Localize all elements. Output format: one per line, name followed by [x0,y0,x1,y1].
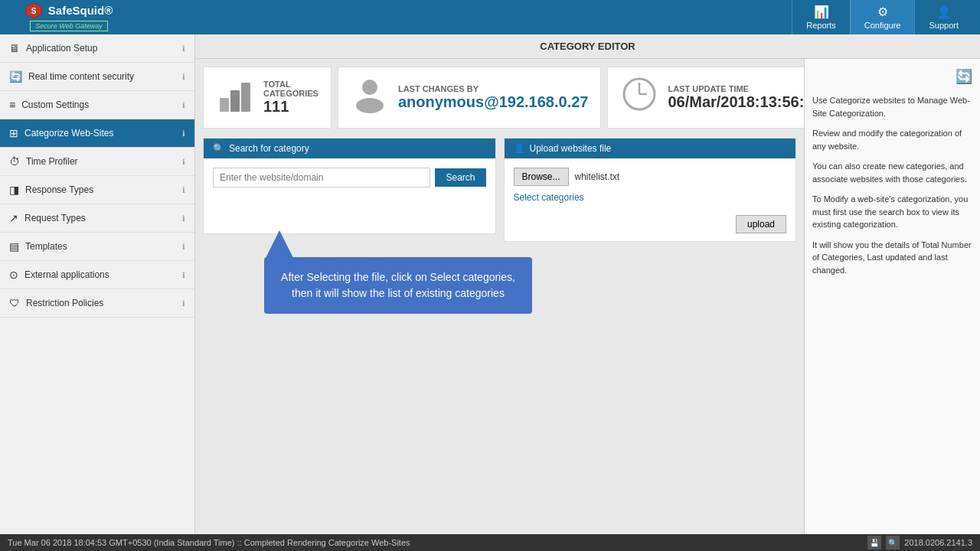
refresh-icon[interactable]: 🔄 [956,68,972,85]
reports-icon: 📊 [814,5,829,19]
total-categories-value: 111 [263,98,318,116]
sidebar-item-request-types[interactable]: ↗ Request Types ℹ [0,204,194,233]
custom-settings-icon: ≡ [9,99,15,111]
templates-icon: ▤ [9,240,19,253]
categorize-icon: ⊞ [9,127,18,139]
select-categories-link[interactable]: Select categories [514,192,584,203]
search-section: 🔍 Search for category Search [203,138,496,234]
sidebar-label-external-apps: External applications [24,269,109,280]
svg-marker-10 [264,230,295,261]
right-panel: 🔄 Use Categorize websites to Manage Web-… [804,59,980,534]
version-text: 2018.0206.2141.3 [904,538,972,547]
sidebar-item-realtime-content[interactable]: 🔄 Real time content security ℹ [0,63,194,91]
last-changes-value[interactable]: anonymous@192.168.0.27 [398,93,589,111]
response-types-help-icon: ℹ [182,186,185,194]
application-setup-icon: 🖥 [9,42,20,54]
nav-reports[interactable]: 📊 Reports [792,0,850,34]
tooltip-text: After Selecting the file, click on Selec… [281,271,515,299]
stat-total-categories-info: TOTAL CATEGORIES 111 [263,80,318,116]
application-setup-help-icon: ℹ [182,44,185,53]
sidebar-item-application-setup[interactable]: 🖥 Application Setup ℹ [0,34,194,63]
sidebar-item-templates[interactable]: ▤ Templates ℹ [0,233,194,261]
logo: S SafeSquid® Secure Web Gateway [8,2,130,33]
request-types-icon: ↗ [9,212,18,224]
logo-area: S SafeSquid® Secure Web Gateway [8,2,130,33]
upload-header-icon: 👤 [514,143,525,154]
sidebar-label-custom-settings: Custom Settings [21,99,89,110]
sidebar-item-external-applications[interactable]: ⊙ External applications ℹ [0,261,194,289]
status-text: Tue Mar 06 2018 18:04:53 GMT+0530 (India… [8,538,410,547]
restriction-policies-help-icon: ℹ [182,299,185,308]
upload-body: Browse... whitelist.txt Select categorie… [505,158,796,212]
nav-support-label: Support [929,21,959,30]
external-apps-help-icon: ℹ [182,271,185,279]
upload-footer: upload [505,212,796,241]
main-layout: 🖥 Application Setup ℹ 🔄 Real time conten… [0,34,980,534]
last-update-label: LAST UPDATE TIME [668,84,804,93]
nav-support[interactable]: 👤 Support [914,0,972,34]
upload-button[interactable]: upload [736,215,786,233]
svg-point-5 [362,80,377,95]
categorize-help-icon: ℹ [182,129,185,138]
search-body: Search [204,158,495,197]
browse-button[interactable]: Browse... [514,168,569,186]
right-panel-text-1: Use Categorize websites to Manage Web-Si… [812,94,972,119]
sidebar-item-categorize-web-sites[interactable]: ⊞ Categorize Web-Sites ℹ [0,119,194,148]
stat-total-categories: TOTAL CATEGORIES 111 [203,67,332,129]
search-button[interactable]: Search [435,168,485,187]
last-changes-label: LAST CHANGES BY [398,84,589,93]
content-body: TOTAL CATEGORIES 111 LAST CHANGES [195,59,980,534]
total-categories-label: TOTAL CATEGORIES [263,80,318,98]
logo-tagline: Secure Web Gateway [30,21,107,31]
right-panel-text-3: You can also create new categories, and … [812,160,972,185]
search-input[interactable] [213,168,430,187]
sidebar-label-request-types: Request Types [24,213,86,223]
sidebar-item-custom-settings[interactable]: ≡ Custom Settings ℹ [0,91,194,119]
nav-configure[interactable]: ⚙ Configure [850,0,915,34]
last-changes-icon [351,75,389,120]
external-applications-icon: ⊙ [9,269,18,281]
sidebar-item-response-types[interactable]: ◨ Response Types ℹ [0,176,194,204]
upload-header-label: Upload websites file [530,143,612,154]
sidebar-label-response-types: Response Types [25,184,93,195]
last-update-icon [620,75,658,120]
svg-rect-2 [220,98,229,112]
restriction-policies-icon: 🛡 [9,297,20,309]
custom-settings-help-icon: ℹ [182,101,185,109]
templates-help-icon: ℹ [182,243,185,251]
logo-shield-icon: S [25,2,42,19]
status-db-icon[interactable]: 💾 [867,536,881,549]
total-categories-icon [216,75,254,120]
sidebar-label-application-setup: Application Setup [26,43,97,54]
search-row: Search [213,168,486,187]
sidebar-label-time-profiler: Time Profiler [26,156,78,167]
svg-rect-4 [241,83,250,112]
stat-last-update: LAST UPDATE TIME 06/Mar/2018:13:56:05 [607,67,804,129]
sidebar-label-restriction-policies: Restriction Policies [26,298,103,308]
sidebar-label-realtime-content: Real time content security [28,71,134,82]
last-update-value: 06/Mar/2018:13:56:05 [668,93,804,111]
sidebar-item-time-profiler[interactable]: ⏱ Time Profiler ℹ [0,148,194,176]
search-header-label: Search for category [229,143,309,154]
right-panel-text-4: To Modify a web-site's categorization, y… [812,193,972,231]
search-header-icon: 🔍 [213,143,224,154]
configure-icon: ⚙ [877,5,888,19]
status-search-icon[interactable]: 🔍 [886,536,900,549]
page-title: CATEGORY EDITOR [195,34,980,59]
svg-point-6 [356,98,384,113]
time-profiler-help-icon: ℹ [182,158,185,166]
select-categories-row: Select categories [514,192,787,203]
svg-rect-3 [230,90,240,112]
logo-top: S SafeSquid® [25,2,113,19]
upload-section: 👤 Upload websites file Browse... whiteli… [504,138,797,242]
nav-reports-label: Reports [806,21,836,30]
support-icon: 👤 [936,5,952,19]
time-profiler-icon: ⏱ [9,155,20,168]
realtime-help-icon: ℹ [182,73,185,81]
status-right: 💾 🔍 2018.0206.2141.3 [867,536,972,549]
filename-display: whitelist.txt [575,171,620,182]
content-area: CATEGORY EDITOR TOTAL CA [195,34,980,534]
upload-file-row: Browse... whitelist.txt [514,168,787,186]
sidebar-item-restriction-policies[interactable]: 🛡 Restriction Policies ℹ [0,289,194,318]
sidebar: 🖥 Application Setup ℹ 🔄 Real time conten… [0,34,195,534]
